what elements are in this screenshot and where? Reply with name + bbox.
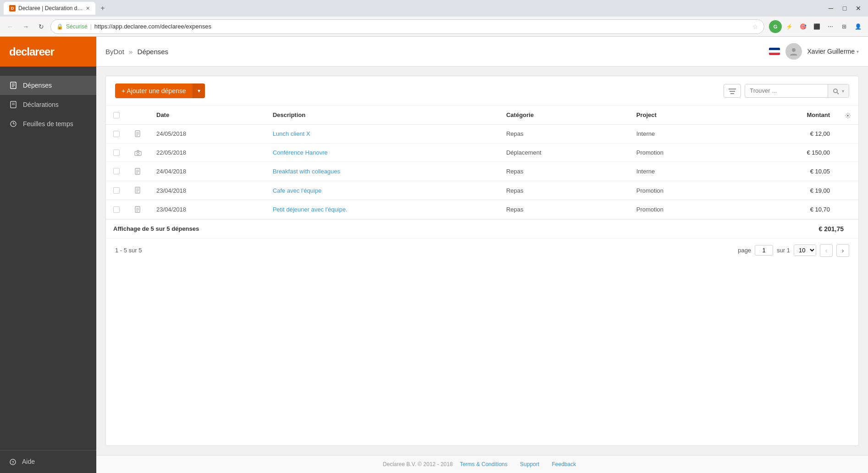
document-icon (135, 130, 141, 137)
main-content: + Ajouter une dépense ▾ ▾ (96, 67, 868, 455)
row-icon-cell (127, 144, 149, 162)
language-flag[interactable] (769, 48, 780, 55)
row-project: Promotion (629, 200, 738, 219)
sidebar-nav: Dépenses Déclarations Feuilles de temps (0, 67, 96, 450)
forward-button[interactable]: → (19, 20, 32, 33)
pagination-page-input[interactable] (755, 245, 773, 256)
row-categorie: Déplacement (499, 144, 629, 162)
add-expense-button[interactable]: + Ajouter une dépense (115, 83, 193, 98)
filter-button[interactable] (724, 84, 741, 98)
row-description-link[interactable]: Breakfast with colleagues (273, 168, 340, 175)
sidebar-help-button[interactable]: ? Aide (9, 458, 87, 466)
minimize-button[interactable]: ─ (825, 2, 837, 14)
row-checkbox[interactable] (113, 206, 120, 213)
footer-support-link[interactable]: Support (520, 461, 539, 467)
col-project: Project (629, 106, 738, 124)
row-description-link[interactable]: Conférence Hanovre (273, 149, 328, 156)
ext-button-3[interactable]: 🎯 (796, 20, 809, 33)
row-description: Lunch client X (265, 124, 499, 144)
summary-text: Affichage de 5 sur 5 dépenses (113, 225, 199, 232)
pagination-prev-button[interactable]: ‹ (820, 244, 833, 257)
svg-point-12 (792, 48, 796, 52)
feuilles-icon (9, 120, 17, 128)
row-description: Cafe avec l'équipe (265, 181, 499, 200)
main-area: ByDot » Dépenses Xavier Guillerme ▾ (96, 37, 868, 473)
table-header-row: Date Description Catégorie Project Monta… (106, 106, 858, 124)
sidebar-item-label-declarations: Déclarations (23, 101, 59, 108)
expense-table: Date Description Catégorie Project Monta… (106, 106, 858, 219)
sidebar-logo: declareer (0, 37, 96, 67)
summary-total: € 201,75 (819, 225, 851, 233)
row-checkbox[interactable] (113, 168, 120, 174)
svg-point-24 (137, 152, 139, 155)
address-separator: | (90, 23, 92, 30)
add-expense-dropdown-button[interactable]: ▾ (193, 83, 205, 98)
content-card: + Ajouter une dépense ▾ ▾ (105, 76, 859, 446)
row-montant: € 10,70 (738, 200, 837, 219)
help-icon: ? (9, 458, 17, 466)
help-label: Aide (22, 458, 35, 465)
ext-button-2[interactable]: ⚡ (783, 20, 796, 33)
row-checkbox[interactable] (113, 187, 120, 194)
document-icon (135, 187, 141, 194)
search-button[interactable]: ▾ (828, 84, 849, 97)
sidebar-item-feuilles[interactable]: Feuilles de temps (0, 114, 96, 134)
pagination-range: 1 - 5 sur 5 (115, 247, 142, 254)
ext-button-7[interactable]: 👤 (851, 20, 864, 33)
header-right: Xavier Guillerme ▾ (769, 43, 859, 60)
footer-feedback-link[interactable]: Feedback (552, 461, 576, 467)
breadcrumb: ByDot » Dépenses (105, 48, 764, 56)
table-row: 24/04/2018 Breakfast with colleagues Rep… (106, 162, 858, 181)
ext-button-1[interactable]: G (769, 20, 782, 33)
row-settings-cell (837, 181, 858, 200)
user-name-button[interactable]: Xavier Guillerme ▾ (807, 48, 859, 55)
camera-icon (134, 149, 142, 156)
row-categorie: Repas (499, 162, 629, 181)
maximize-button[interactable]: □ (839, 2, 851, 14)
refresh-button[interactable]: ↻ (35, 20, 48, 33)
pagination-per-page-select[interactable]: 10 25 50 (794, 245, 816, 256)
sidebar-item-depenses[interactable]: Dépenses (0, 76, 96, 95)
pagination-next-button[interactable]: › (836, 244, 849, 257)
browser-tab-icon: D (9, 5, 16, 11)
back-button[interactable]: ← (4, 20, 17, 33)
col-settings[interactable] (837, 106, 858, 124)
ext-button-4[interactable]: ⬛ (810, 20, 823, 33)
row-description-link[interactable]: Lunch client X (273, 130, 310, 137)
row-description: Conférence Hanovre (265, 144, 499, 162)
document-icon (135, 206, 141, 212)
row-settings-cell (837, 162, 858, 181)
row-check-cell (106, 200, 127, 219)
breadcrumb-separator: » (129, 48, 133, 56)
row-description-link[interactable]: Petit déjeuner avec l'équipe. (273, 206, 348, 213)
browser-extensions: G ⚡ 🎯 ⬛ ⋯ ⊞ 👤 (769, 20, 864, 33)
row-description-link[interactable]: Cafe avec l'équipe (273, 187, 322, 194)
row-check-cell (106, 162, 127, 181)
row-montant: € 12,00 (738, 124, 837, 144)
breadcrumb-org[interactable]: ByDot (105, 48, 124, 56)
sidebar-item-declarations[interactable]: Déclarations (0, 95, 96, 114)
tab-close-button[interactable]: ✕ (86, 6, 90, 11)
svg-line-17 (837, 92, 839, 94)
row-description: Breakfast with colleagues (265, 162, 499, 181)
browser-titlebar: D Declaree | Declaration de... ✕ + ─ □ ✕ (0, 0, 868, 17)
browser-tab[interactable]: D Declaree | Declaration de... ✕ (4, 2, 95, 15)
sidebar-bottom: ? Aide (0, 450, 96, 473)
new-tab-button[interactable]: + (97, 3, 108, 14)
select-all-checkbox[interactable] (113, 112, 120, 118)
row-check-cell (106, 124, 127, 144)
footer-terms-link[interactable]: Terms & Conditions (460, 461, 508, 467)
ext-button-6[interactable]: ⊞ (838, 20, 851, 33)
row-checkbox[interactable] (113, 150, 120, 156)
browser-tab-title: Declaree | Declaration de... (18, 5, 83, 11)
close-button[interactable]: ✕ (852, 2, 864, 14)
secure-label: Sécurisé (66, 23, 88, 30)
address-bar[interactable]: 🔒 Sécurisé | https://app.declaree.com/de… (50, 19, 764, 34)
search-input[interactable] (745, 84, 828, 97)
ext-button-5[interactable]: ⋯ (824, 20, 837, 33)
row-date: 24/04/2018 (149, 162, 265, 181)
row-checkbox[interactable] (113, 131, 120, 137)
bookmark-icon[interactable]: ☆ (752, 23, 758, 30)
window-controls: ─ □ ✕ (825, 2, 864, 14)
summary-row: Affichage de 5 sur 5 dépenses € 201,75 (106, 219, 858, 238)
